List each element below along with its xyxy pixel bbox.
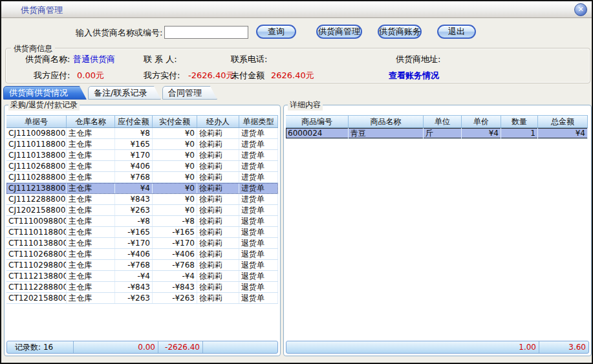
view-account-link[interactable]: 查看账务情况	[389, 70, 439, 81]
record-row[interactable]: CJ111013880022主仓库¥170¥0徐莉莉进货单	[6, 150, 278, 161]
tab-strip: 供货商供货情况 备注/联系记录 合同管理	[3, 86, 219, 100]
table-cell: 退货单	[239, 282, 278, 292]
table-cell: ¥0	[153, 139, 197, 149]
table-cell: 进货单	[239, 205, 278, 215]
table-cell: 徐莉莉	[197, 260, 239, 270]
record-row[interactable]: CT111013880001主仓库-¥170-¥170徐莉莉退货单	[6, 238, 278, 249]
record-row[interactable]: CT111213880004主仓库-¥4-¥4徐莉莉退货单	[6, 271, 278, 282]
toolbar: 输入供货商名称或编号: 查询 供货商管理 供货商账务 退出	[1, 25, 592, 40]
table-cell: -¥4	[153, 271, 197, 281]
table-cell: 主仓库	[67, 172, 115, 182]
record-row[interactable]: CT111011880006主仓库-¥165-¥165徐莉莉退货单	[6, 227, 278, 238]
record-row[interactable]: CT111009880003主仓库-¥8-¥8徐莉莉退货单	[6, 216, 278, 227]
exit-button[interactable]: 退出	[437, 25, 476, 39]
record-row[interactable]: CT120215880009主仓库-¥263-¥263徐莉莉退货单	[6, 293, 278, 304]
table-cell: 退货单	[239, 293, 278, 303]
table-cell: 6000024	[286, 128, 349, 138]
supplier-manage-button[interactable]: 供货商管理	[316, 25, 362, 39]
record-row[interactable]: CJ120215880038主仓库¥263¥0徐莉莉进货单	[6, 205, 278, 216]
paid-label: 我方实付:	[144, 70, 180, 81]
table-cell: ¥0	[153, 172, 197, 182]
supplier-info-group: 供货商信息 供货商名称: 普通供货商 联 系 人: 联系电话: 供货商地址: 我…	[5, 48, 590, 83]
table-cell: CT111013880001	[6, 238, 67, 248]
supplier-name-value: 普通供货商	[73, 54, 115, 65]
table-cell: -¥8	[115, 216, 153, 226]
detail-row[interactable]: 6000024青豆斤¥41¥4	[286, 128, 588, 139]
table-cell: 进货单	[239, 128, 278, 138]
amount-total: 3.60	[539, 341, 588, 353]
table-cell: 退货单	[239, 216, 278, 226]
table-cell: 徐莉莉	[197, 282, 239, 292]
table-cell: ¥4	[115, 183, 153, 193]
search-input[interactable]	[164, 26, 248, 39]
tab-contracts[interactable]: 合同管理	[162, 86, 217, 100]
records-table: 单据号仓库名称应付金额实付金额经办人单据类型CJ111009880020主仓库¥…	[6, 115, 278, 304]
table-cell: 进货单	[239, 139, 278, 149]
tab-supply-status[interactable]: 供货商供货情况	[3, 86, 87, 100]
table-cell: CT111026880005	[6, 249, 67, 259]
table-cell: ¥4	[462, 128, 501, 138]
table-cell: 进货单	[239, 194, 278, 204]
table-cell: 主仓库	[67, 194, 115, 204]
supplier-info-row2: 我方应付: 0.00元 我方实付: -2626.40元 未付金额 2626.40…	[6, 70, 590, 80]
table-cell: -¥768	[153, 260, 197, 270]
column-header: 单价	[462, 116, 501, 127]
records-status-bar: 记录数: 16 0.00 -2626.40	[6, 341, 278, 354]
payable-label: 我方应付:	[34, 70, 70, 81]
table-cell: CT111213880004	[6, 271, 67, 281]
column-header: 应付金额	[115, 116, 153, 127]
table-cell: 主仓库	[67, 205, 115, 215]
record-row[interactable]: CJ111028880041主仓库¥768¥0徐莉莉进货单	[6, 172, 278, 183]
table-cell: 主仓库	[67, 293, 115, 303]
supplier-management-window: 供货商管理 ✕ 输入供货商名称或编号: 查询 供货商管理 供货商账务 退出 供货…	[0, 0, 593, 364]
table-cell: 徐莉莉	[197, 227, 239, 237]
record-row[interactable]: CJ111009880020主仓库¥8¥0徐莉莉进货单	[6, 128, 278, 139]
close-button[interactable]: ✕	[574, 3, 587, 16]
table-cell: 主仓库	[67, 128, 115, 138]
table-cell: 主仓库	[67, 216, 115, 226]
table-cell: -¥843	[115, 282, 153, 292]
table-cell: ¥768	[115, 172, 153, 182]
column-header: 仓库名称	[67, 116, 115, 127]
table-cell: CT111011880006	[6, 227, 67, 237]
phone-label: 联系电话:	[231, 54, 267, 65]
table-cell: 进货单	[239, 150, 278, 160]
supplier-account-button[interactable]: 供货商账务	[378, 25, 422, 39]
address-label: 供货商地址:	[396, 54, 440, 65]
table-cell: 斤	[424, 128, 462, 138]
table-cell: -¥8	[153, 216, 197, 226]
table-cell: -¥406	[153, 249, 197, 259]
table-cell: CJ120215880038	[6, 205, 67, 215]
detail-panel: 详细内容 商品编号商品名称单位单价数量总金额6000024青豆斤¥41¥4 1.…	[283, 105, 592, 356]
quantity-total: 1.00	[502, 341, 539, 353]
table-cell: 徐莉莉	[197, 238, 239, 248]
unpaid-value: 2626.40元	[271, 70, 314, 81]
table-cell: -¥165	[153, 227, 197, 237]
table-cell: CJ111009880020	[6, 128, 67, 138]
table-cell: ¥170	[115, 150, 153, 160]
supplier-name-label: 供货商名称:	[25, 54, 70, 65]
record-row[interactable]: CT111029880001主仓库-¥768-¥768徐莉莉退货单	[6, 260, 278, 271]
table-cell: ¥0	[153, 205, 197, 215]
record-row[interactable]: CJ111213880013主仓库¥4¥0徐莉莉进货单	[6, 183, 278, 194]
table-cell: 青豆	[349, 128, 424, 138]
status-spacer	[286, 341, 502, 353]
record-row[interactable]: CJ111011880035主仓库¥165¥0徐莉莉进货单	[6, 139, 278, 150]
table-cell: 主仓库	[67, 271, 115, 281]
record-row[interactable]: CJ111228880029主仓库¥843¥0徐莉莉进货单	[6, 194, 278, 205]
record-row[interactable]: CT111026880005主仓库-¥406-¥406徐莉莉退货单	[6, 249, 278, 260]
table-cell: CT120215880009	[6, 293, 67, 303]
column-header: 总金额	[538, 116, 588, 127]
record-row[interactable]: CJ111026880037主仓库¥406¥0徐莉莉进货单	[6, 161, 278, 172]
table-cell: 徐莉莉	[197, 128, 239, 138]
table-cell: ¥0	[153, 161, 197, 171]
record-row[interactable]: CT111228880002主仓库-¥843-¥843徐莉莉退货单	[6, 282, 278, 293]
paid-total: -2626.40	[158, 341, 203, 353]
table-cell: 退货单	[239, 227, 278, 237]
tab-notes-contacts[interactable]: 备注/联系记录	[88, 86, 161, 100]
table-cell: 徐莉莉	[197, 172, 239, 182]
query-button[interactable]: 查询	[256, 25, 296, 39]
table-header: 商品编号商品名称单位单价数量总金额	[286, 115, 588, 128]
table-cell: 徐莉莉	[197, 194, 239, 204]
table-cell: ¥406	[115, 161, 153, 171]
